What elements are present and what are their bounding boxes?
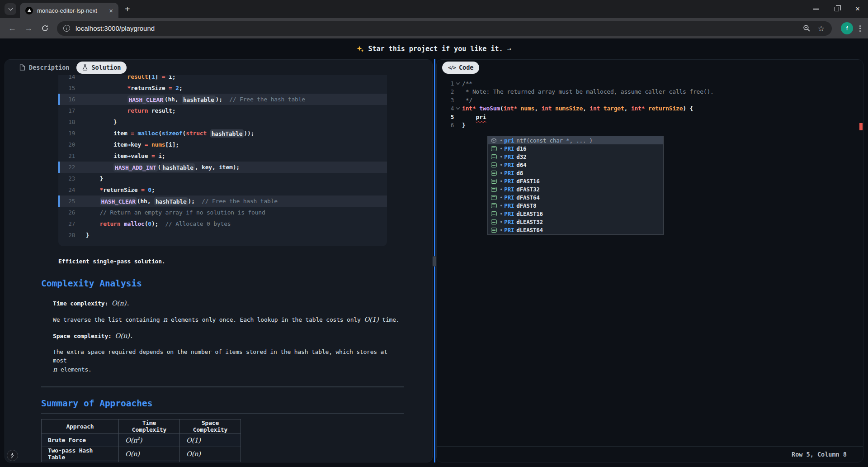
tab-title: monaco-editor-lsp-next [37, 7, 108, 14]
symbol-constant-icon [491, 228, 497, 233]
minimize-icon [813, 9, 819, 10]
reload-icon [41, 24, 49, 32]
code-line-14: 14 result[1] = i; [58, 75, 387, 82]
table-header: Time Complexity [119, 419, 180, 434]
editor-line-3[interactable]: 3 */ [437, 96, 863, 105]
site-info-icon[interactable]: i [63, 25, 70, 32]
new-tab-button[interactable]: + [125, 4, 130, 14]
tab-close-button[interactable]: × [108, 7, 114, 14]
symbol-constant-icon [491, 195, 497, 200]
symbol-constant-icon [491, 219, 497, 224]
code-line-16: 16 HASH_CLEAR(hh, hashTable); // Free th… [58, 94, 387, 105]
approaches-table: ApproachTime ComplexitySpace ComplexityB… [41, 419, 241, 462]
tab-search-button[interactable] [5, 3, 16, 15]
workspace: Description Solution 14 result[1] = i;15… [0, 59, 868, 467]
symbol-constant-icon [491, 162, 497, 167]
symbol-constant-icon [491, 187, 497, 192]
symbol-constant-icon [491, 179, 497, 184]
code-line-15: 15 *returnSize = 2; [58, 82, 387, 94]
profile-avatar[interactable]: f [841, 22, 853, 34]
bookmark-star-icon[interactable]: ☆ [818, 24, 825, 33]
complexity-analysis-heading: Complexity Analysis [41, 278, 404, 289]
symbol-constant-icon [491, 203, 497, 208]
chevron-down-icon [8, 6, 13, 11]
tab-solution[interactable]: Solution [76, 62, 127, 74]
editor-line-6[interactable]: 6} [437, 121, 863, 130]
solution-content-scroll[interactable]: 14 result[1] = i;15 *returnSize = 2;16 H… [5, 75, 432, 462]
tab-solution-label: Solution [91, 64, 121, 71]
code-line-17: 17 return result; [58, 105, 387, 116]
left-panel-tabs: Description Solution [5, 60, 432, 75]
suggest-item-PRId64[interactable]: •PRId64 [488, 161, 663, 169]
tab-description[interactable]: Description [19, 64, 69, 71]
suggest-item-PRIdLEAST16[interactable]: •PRIdLEAST16 [488, 210, 663, 218]
browser-tab-strip: monaco-editor-lsp-next × + × [0, 0, 868, 18]
suggest-item-PRIdFAST8[interactable]: •PRIdFAST8 [488, 201, 663, 210]
star-project-banner[interactable]: Star this project if you like it. → [0, 38, 868, 59]
banner-text: Star this project if you like it. [368, 45, 503, 53]
symbol-constant-icon [491, 146, 497, 151]
browser-toolbar: ← → i localhost:3000/playground ☆ f [0, 18, 868, 38]
code-line-25: 25 HASH_CLEAR(hh, hashTable); // Free th… [58, 195, 387, 207]
suggest-item-PRIdFAST32[interactable]: •PRIdFAST32 [488, 185, 663, 193]
cursor-position-status: Row 5, Column 8 [792, 451, 847, 458]
symbol-constant-icon [491, 154, 497, 159]
nextjs-dev-tools-button[interactable] [7, 450, 18, 461]
reload-button[interactable] [37, 21, 52, 36]
suggest-item-PRIdLEAST32[interactable]: •PRIdLEAST32 [488, 218, 663, 226]
suggest-item-PRIdFAST64[interactable]: •PRIdFAST64 [488, 193, 663, 201]
time-complexity: Time complexity: O(n). [53, 299, 404, 308]
arrow-right-icon: → [507, 45, 511, 53]
code-line-19: 19 item = malloc(sizeof(struct hashTable… [58, 128, 387, 139]
zoom-icon[interactable] [803, 24, 811, 32]
panel-divider [433, 59, 436, 462]
url-text[interactable]: localhost:3000/playground [75, 24, 803, 32]
code-line-27: 27 return malloc(0); // Allocate 0 bytes [58, 218, 387, 229]
fold-chevron-icon[interactable] [454, 83, 462, 84]
window-minimize-button[interactable] [806, 0, 826, 18]
table-header: Space Complexity [180, 419, 241, 434]
suggest-item-PRId8[interactable]: •PRId8 [488, 169, 663, 177]
nextjs-favicon-icon [25, 7, 33, 14]
address-bar[interactable]: i localhost:3000/playground ☆ [57, 21, 832, 36]
table-row: Brute ForceO(n2)O(1) [42, 434, 241, 447]
symbol-constant-icon [491, 211, 497, 216]
editor-line-4[interactable]: 4int* twoSum(int* nums, int numsSize, in… [437, 105, 863, 113]
table-row: One-pass Hash TableO(n)O(n) [42, 461, 241, 462]
sparkles-icon [357, 45, 364, 52]
lightning-bolt-icon [10, 453, 15, 458]
code-line-20: 20 item→key = nums[i]; [58, 139, 387, 150]
autocomplete-widget: •printf(const char *, ... )•PRId16•PRId3… [487, 136, 664, 235]
table-cell: O(n) [180, 461, 241, 462]
tab-description-label: Description [29, 64, 69, 71]
solution-note: Efficient single-pass solution. [58, 257, 404, 266]
editor-line-5[interactable]: 5 pri [437, 113, 863, 121]
back-button[interactable]: ← [5, 21, 20, 36]
suggest-item-PRId32[interactable]: •PRId32 [488, 152, 663, 161]
playground-page: Star this project if you like it. → Desc… [0, 38, 868, 467]
code-icon: </> [448, 65, 456, 71]
table-cell: O(n) [180, 447, 241, 461]
monaco-editor[interactable]: 1/**2 * Note: The returned array must be… [437, 75, 863, 446]
fold-chevron-icon[interactable] [454, 108, 462, 109]
suggest-item-PRIdLEAST64[interactable]: •PRIdLEAST64 [488, 226, 663, 234]
code-line-21: 21 item→value = i; [58, 150, 387, 162]
forward-button[interactable]: → [21, 21, 36, 36]
browser-tab[interactable]: monaco-editor-lsp-next × [20, 3, 118, 18]
suggest-item-PRIdFAST16[interactable]: •PRIdFAST16 [488, 177, 663, 185]
window-close-button[interactable]: × [847, 0, 868, 18]
browser-menu-button[interactable] [857, 23, 863, 34]
section-divider [41, 386, 404, 387]
table-cell: O(n) [119, 447, 180, 461]
editor-line-1[interactable]: 1/** [437, 79, 863, 88]
suggest-item-printf-const-char-[interactable]: •printf(const char *, ... ) [488, 136, 663, 144]
suggest-item-PRId16[interactable]: •PRId16 [488, 144, 663, 152]
time-complexity-detail: We traverse the list containing n elemen… [53, 315, 404, 324]
window-restore-button[interactable] [826, 0, 847, 18]
divider-drag-handle[interactable] [433, 256, 436, 267]
flask-icon [82, 64, 88, 71]
editor-line-2[interactable]: 2 * Note: The returned array must be mal… [437, 88, 863, 96]
symbol-method-icon [491, 138, 497, 143]
table-header: Approach [42, 419, 119, 434]
tab-code[interactable]: </> Code [442, 62, 479, 74]
